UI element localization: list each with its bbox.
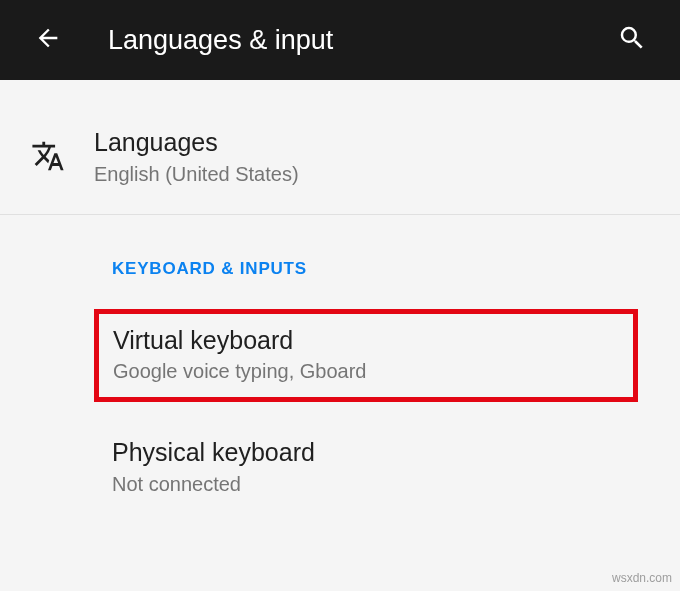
- pref-physical-keyboard-text: Physical keyboard Not connected: [112, 436, 656, 496]
- pref-languages[interactable]: Languages English (United States): [0, 110, 680, 206]
- page-title: Languages & input: [108, 25, 608, 56]
- settings-content: Languages English (United States) KEYBOA…: [0, 80, 680, 516]
- section-header-keyboard: KEYBOARD & INPUTS: [0, 215, 680, 303]
- pref-languages-title: Languages: [94, 126, 656, 159]
- translate-icon: [24, 132, 72, 180]
- back-arrow-icon: [34, 24, 62, 56]
- pref-languages-text: Languages English (United States): [94, 126, 656, 186]
- app-bar: Languages & input: [0, 0, 680, 80]
- pref-virtual-keyboard[interactable]: Virtual keyboard Google voice typing, Gb…: [94, 309, 638, 403]
- pref-languages-summary: English (United States): [94, 163, 656, 186]
- search-icon: [617, 23, 647, 57]
- pref-virtual-keyboard-summary: Google voice typing, Gboard: [113, 360, 619, 383]
- back-button[interactable]: [24, 16, 72, 64]
- watermark: wsxdn.com: [612, 571, 672, 585]
- pref-physical-keyboard[interactable]: Physical keyboard Not connected: [0, 420, 680, 516]
- pref-physical-keyboard-title: Physical keyboard: [112, 436, 656, 469]
- pref-virtual-keyboard-title: Virtual keyboard: [113, 324, 619, 357]
- pref-physical-keyboard-summary: Not connected: [112, 473, 656, 496]
- search-button[interactable]: [608, 16, 656, 64]
